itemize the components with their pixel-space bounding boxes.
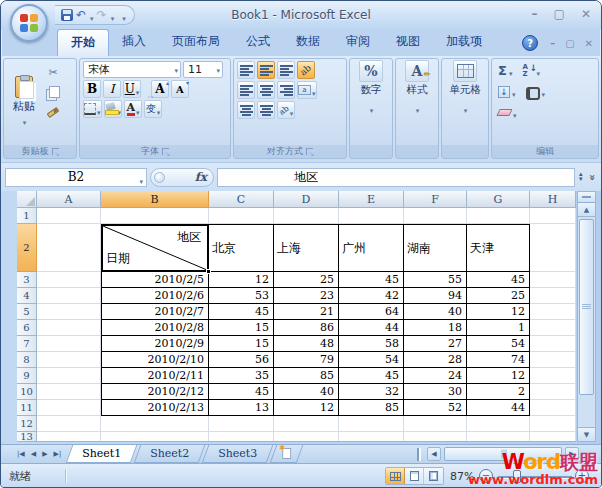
cell-F6[interactable]: 18 — [404, 320, 467, 336]
office-button[interactable] — [10, 4, 48, 42]
formula-input[interactable]: 地区 — [217, 168, 575, 187]
cell-C9[interactable]: 35 — [209, 368, 274, 384]
cell-D10[interactable]: 40 — [274, 384, 339, 400]
cell-A9[interactable] — [37, 368, 101, 384]
cell-H8[interactable] — [530, 352, 576, 368]
autosum-dropdown-icon[interactable] — [508, 61, 513, 80]
cell-D9[interactable]: 85 — [274, 368, 339, 384]
row-header-10[interactable]: 10 — [17, 384, 37, 400]
name-box[interactable]: B2 — [5, 168, 147, 187]
row-header-6[interactable]: 6 — [17, 320, 37, 336]
row-header-12[interactable]: 12 — [17, 416, 37, 432]
find-select-button[interactable] — [526, 82, 546, 101]
cells-button[interactable]: 单元格 — [442, 59, 488, 145]
cell-E4[interactable]: 42 — [339, 288, 404, 304]
tab-split-handle[interactable] — [417, 448, 421, 461]
cell-F13[interactable] — [404, 432, 467, 442]
column-header-F[interactable]: F — [404, 191, 467, 208]
cell-B9[interactable]: 2010/2/11 — [101, 368, 209, 384]
cell-H12[interactable] — [530, 416, 576, 432]
cell-E1[interactable] — [339, 208, 404, 224]
cell-G1[interactable] — [467, 208, 530, 224]
cut-icon[interactable] — [44, 63, 62, 81]
column-header-A[interactable]: A — [37, 191, 101, 208]
cell-G6[interactable]: 1 — [467, 320, 530, 336]
format-painter-button[interactable] — [44, 103, 62, 121]
tab-数据[interactable]: 数据 — [283, 29, 333, 56]
page-layout-view-button[interactable] — [405, 468, 424, 484]
wrap-text-button[interactable]: ab — [277, 101, 295, 119]
autosum-button[interactable]: Σ — [498, 61, 512, 80]
tab-页面布局[interactable]: 页面布局 — [159, 29, 233, 56]
fill-handle[interactable] — [206, 269, 211, 274]
cell-B8[interactable]: 2010/2/10 — [101, 352, 209, 368]
hscroll-right-icon[interactable]: ▶ — [565, 447, 579, 461]
cell-B3[interactable]: 2010/2/5 — [101, 272, 209, 288]
sheet-tab-Sheet2[interactable]: Sheet2 — [134, 445, 206, 463]
cell-A13[interactable] — [37, 432, 101, 442]
workbook-close-button[interactable]: ✕ — [585, 38, 593, 49]
page-break-view-button[interactable] — [424, 468, 443, 484]
cell-D11[interactable]: 12 — [274, 400, 339, 416]
cell-A11[interactable] — [37, 400, 101, 416]
align-top-button[interactable] — [237, 61, 255, 79]
row-header-3[interactable]: 3 — [17, 272, 37, 288]
next-sheet-icon[interactable]: ▶ — [40, 450, 49, 458]
restore-button[interactable]: ▢ — [554, 7, 565, 21]
cell-B4[interactable]: 2010/2/6 — [101, 288, 209, 304]
cell-E3[interactable]: 45 — [339, 272, 404, 288]
borders-dropdown-icon[interactable] — [96, 100, 101, 119]
zoom-slider-thumb[interactable] — [513, 470, 521, 483]
cell-C13[interactable] — [209, 432, 274, 442]
cell-C3[interactable]: 12 — [209, 272, 274, 288]
cell-D3[interactable]: 25 — [274, 272, 339, 288]
phonetic-dropdown-icon[interactable] — [156, 100, 161, 119]
cell-C12[interactable] — [209, 416, 274, 432]
row-header-5[interactable]: 5 — [17, 304, 37, 320]
cell-F2[interactable]: 湖南 — [404, 224, 467, 272]
cell-C2[interactable]: 北京 — [209, 224, 274, 272]
font-dialog-launcher-icon[interactable] — [162, 148, 169, 155]
row-header-13[interactable]: 13 — [17, 432, 37, 442]
cell-D13[interactable] — [274, 432, 339, 442]
cell-C4[interactable]: 53 — [209, 288, 274, 304]
column-header-D[interactable]: D — [274, 191, 339, 208]
cell-C1[interactable] — [209, 208, 274, 224]
align-left-button[interactable] — [237, 81, 255, 99]
cell-A12[interactable] — [37, 416, 101, 432]
expand-formula-bar-icon[interactable]: » — [586, 172, 597, 182]
cell-D5[interactable]: 21 — [274, 304, 339, 320]
font-color-dropdown-icon[interactable] — [135, 100, 140, 119]
cell-E12[interactable] — [339, 416, 404, 432]
select-all-corner[interactable] — [17, 191, 37, 208]
paste-button[interactable]: 粘贴 — [7, 61, 41, 143]
font-size-dropdown-icon[interactable] — [215, 63, 220, 76]
cell-A8[interactable] — [37, 352, 101, 368]
prev-sheet-icon[interactable]: ◀ — [29, 450, 38, 458]
vscroll-track[interactable] — [578, 217, 595, 427]
cell-G4[interactable]: 25 — [467, 288, 530, 304]
cell-E6[interactable]: 44 — [339, 320, 404, 336]
decrease-indent-button[interactable] — [237, 101, 255, 119]
merge-center-button[interactable]: a — [297, 81, 317, 99]
cell-B1[interactable] — [101, 208, 209, 224]
cell-A7[interactable] — [37, 336, 101, 352]
column-header-C[interactable]: C — [209, 191, 274, 208]
cell-H4[interactable] — [530, 288, 576, 304]
cell-H10[interactable] — [530, 384, 576, 400]
cell-E11[interactable]: 85 — [339, 400, 404, 416]
row-header-7[interactable]: 7 — [17, 336, 37, 352]
copy-button[interactable] — [44, 83, 62, 101]
zoom-level[interactable]: 87% — [450, 470, 474, 483]
phonetic-button[interactable]: 变 — [144, 100, 162, 118]
cell-A1[interactable] — [37, 208, 101, 224]
cell-G2[interactable]: 天津 — [467, 224, 530, 272]
tab-插入[interactable]: 插入 — [109, 29, 159, 56]
cell-G5[interactable]: 12 — [467, 304, 530, 320]
cell-E7[interactable]: 58 — [339, 336, 404, 352]
underline-button[interactable]: U — [123, 80, 141, 98]
cell-F8[interactable]: 28 — [404, 352, 467, 368]
cell-F5[interactable]: 40 — [404, 304, 467, 320]
align-right-button[interactable] — [277, 81, 295, 99]
number-dropdown-icon[interactable] — [369, 98, 374, 117]
